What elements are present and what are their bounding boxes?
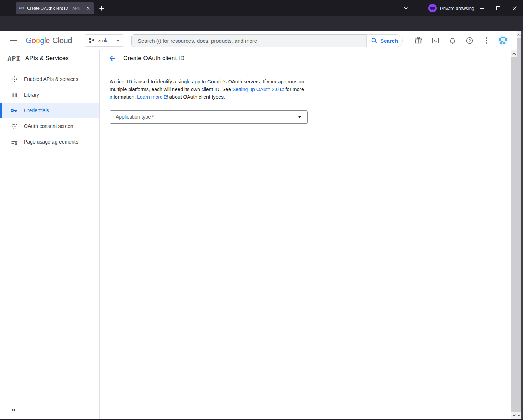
sidebar-title: APIs & Services (25, 55, 69, 62)
page-title: Create OAuth client ID (123, 55, 184, 62)
tab-title: Create OAuth client ID – APIs & Services (27, 6, 83, 10)
sidebar-item-library[interactable]: Library (0, 87, 99, 103)
free-trial-gift-icon[interactable] (414, 36, 423, 45)
new-tab-button[interactable] (97, 4, 106, 13)
back-arrow-button[interactable] (108, 53, 117, 63)
notifications-bell-icon[interactable] (448, 36, 457, 45)
agreements-list-gear-icon (10, 139, 18, 145)
setting-up-oauth-link[interactable]: Setting up OAuth 2.0 (232, 87, 279, 92)
sidebar-item-label: Credentials (24, 108, 49, 113)
scroll-up-icon[interactable] (511, 50, 517, 57)
application-type-label: Application type* (116, 114, 154, 120)
application-type-select[interactable]: Application type* (110, 110, 308, 124)
minimize-icon (480, 8, 484, 9)
window-minimize-button[interactable] (476, 4, 487, 13)
sidebar-item-label: Page usage agreements (24, 139, 78, 145)
project-icon (89, 38, 95, 43)
tab-favicon-api: API (19, 6, 25, 10)
browser-toolbar: https://console.cloud.google.com/apis/cr… (0, 16, 523, 31)
search-icon (371, 37, 377, 44)
sidebar-footer (0, 402, 99, 419)
apis-compass-icon (10, 76, 18, 83)
description-text: about OAuth client types. (168, 94, 225, 100)
window-scrollbar[interactable] (517, 31, 521, 419)
console-nav-menu-icon[interactable] (8, 36, 18, 46)
search-button-label: Search (380, 38, 398, 44)
console-search: Search (131, 34, 403, 47)
key-icon (10, 108, 18, 113)
project-selector[interactable]: zrok (85, 34, 124, 47)
cloud-wordmark: Cloud (52, 36, 72, 45)
required-asterisk: * (152, 114, 154, 120)
list-all-tabs-button[interactable] (401, 4, 411, 13)
private-browsing-label: Private browsing (440, 6, 474, 11)
content-scrollbar[interactable] (511, 50, 517, 419)
help-icon[interactable]: ? (465, 36, 474, 45)
browser-titlebar: API Create OAuth client ID – APIs & Serv… (0, 0, 523, 16)
search-field[interactable] (131, 34, 366, 47)
sidebar-item-label: Enabled APIs & services (24, 76, 78, 82)
sidebar-item-oauth-consent[interactable]: OAuth consent screen (0, 118, 99, 134)
chevron-down-icon (116, 40, 120, 41)
avatar-identicon (499, 37, 507, 44)
consent-dots-icon (10, 124, 18, 129)
sidebar-item-page-usage[interactable]: Page usage agreements (0, 134, 99, 150)
external-link-icon (280, 87, 284, 92)
account-avatar[interactable] (498, 35, 508, 46)
apis-product-logo: API (7, 55, 20, 62)
maximize-icon (496, 6, 500, 10)
project-name: zrok (98, 38, 107, 43)
external-link-icon (164, 95, 168, 99)
sidebar-item-enabled-apis[interactable]: Enabled APIs & services (0, 71, 99, 87)
scroll-down-icon[interactable] (517, 412, 521, 419)
search-button[interactable]: Search (366, 34, 403, 47)
scroll-up-icon[interactable] (517, 31, 521, 38)
console-header: Google Cloud zrok Search (0, 31, 517, 50)
window-close-button[interactable] (509, 4, 520, 13)
search-input[interactable] (138, 38, 360, 44)
cloud-shell-icon[interactable] (431, 36, 440, 45)
learn-more-link[interactable]: Learn more (137, 94, 163, 100)
browser-window: API Create OAuth client ID – APIs & Serv… (0, 0, 523, 420)
tab-close-icon[interactable] (85, 5, 91, 11)
window-border (521, 31, 523, 420)
private-browsing-indicator: Private browsing (428, 4, 474, 13)
sidebar-item-label: Library (24, 92, 39, 98)
more-options-icon[interactable] (482, 36, 491, 45)
page-body: A client ID is used to identify a single… (100, 67, 511, 124)
google-cloud-logo[interactable]: Google Cloud (26, 31, 72, 50)
main-content: Create OAuth client ID A client ID is us… (100, 50, 511, 419)
collapse-sidebar-icon[interactable] (10, 407, 16, 414)
sidebar-item-label: OAuth consent screen (24, 123, 73, 129)
sidebar-nav: Enabled APIs & services Library Credenti… (0, 67, 99, 150)
sidebar-header: API APIs & Services (0, 50, 99, 67)
private-mask-icon (428, 4, 437, 12)
sidebar: API APIs & Services Enabled APIs & servi… (0, 50, 100, 419)
library-columns-icon (10, 92, 18, 98)
svg-text:?: ? (469, 38, 471, 43)
close-icon (512, 6, 517, 11)
scroll-down-icon[interactable] (511, 412, 517, 419)
window-border (0, 31, 0, 420)
sidebar-item-credentials[interactable]: Credentials (0, 103, 99, 118)
dropdown-caret-icon (298, 116, 302, 118)
browser-tab[interactable]: API Create OAuth client ID – APIs & Serv… (16, 2, 94, 14)
window-maximize-button[interactable] (492, 4, 504, 13)
description-paragraph: A client ID is used to identify a single… (110, 78, 309, 101)
page-header: Create OAuth client ID (100, 50, 511, 67)
